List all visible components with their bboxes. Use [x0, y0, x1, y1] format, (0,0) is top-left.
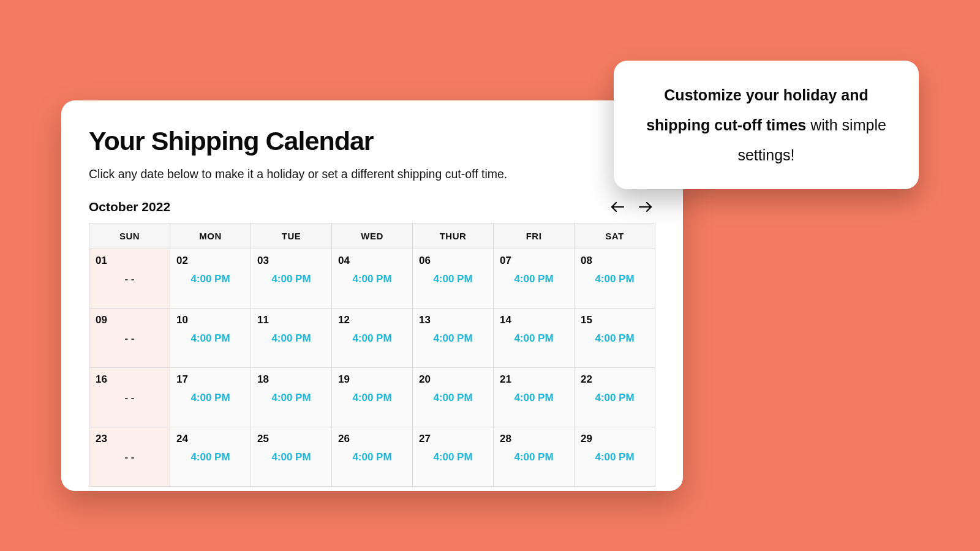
- day-number: 10: [170, 309, 251, 326]
- calendar-cell[interactable]: 184:00 PM: [251, 368, 332, 427]
- calendar-cell[interactable]: 044:00 PM: [332, 249, 413, 309]
- calendar-cell[interactable]: 254:00 PM: [251, 427, 332, 487]
- calendar-cell[interactable]: 284:00 PM: [494, 427, 575, 487]
- cutoff-time: 4:00 PM: [332, 273, 412, 285]
- calendar-cell[interactable]: 134:00 PM: [413, 309, 494, 368]
- day-number: 25: [251, 427, 331, 445]
- cutoff-time: 4:00 PM: [332, 451, 412, 463]
- calendar-cell[interactable]: 294:00 PM: [575, 427, 655, 487]
- calendar-cell[interactable]: 034:00 PM: [251, 249, 332, 309]
- calendar-cell[interactable]: 09- -: [89, 309, 170, 368]
- day-header-fri: FRI: [494, 223, 575, 249]
- calendar-cell[interactable]: 074:00 PM: [494, 249, 575, 309]
- calendar-cell[interactable]: 114:00 PM: [251, 309, 332, 368]
- cutoff-time: 4:00 PM: [251, 273, 331, 285]
- month-label: October 2022: [89, 200, 170, 214]
- cutoff-time: 4:00 PM: [575, 332, 655, 345]
- calendar-cell[interactable]: 274:00 PM: [413, 427, 494, 487]
- day-header-tue: TUE: [251, 223, 332, 249]
- shipping-calendar-card: Your Shipping Calendar Click any date be…: [61, 100, 683, 491]
- calendar-cell[interactable]: 064:00 PM: [413, 249, 494, 309]
- day-number: 20: [413, 368, 493, 386]
- day-header-wed: WED: [332, 223, 413, 249]
- cutoff-time: 4:00 PM: [332, 332, 412, 345]
- calendar-cell[interactable]: 194:00 PM: [332, 368, 413, 427]
- day-number: 18: [251, 368, 331, 386]
- prev-month-button[interactable]: [610, 200, 625, 214]
- day-number: 11: [251, 309, 331, 326]
- day-number: 07: [494, 249, 574, 267]
- calendar-row: 01- -024:00 PM034:00 PM044:00 PM064:00 P…: [89, 249, 655, 309]
- calendar-cell[interactable]: 144:00 PM: [494, 309, 575, 368]
- cutoff-time: 4:00 PM: [494, 392, 574, 404]
- day-number: 17: [170, 368, 251, 386]
- cutoff-time: 4:00 PM: [170, 332, 251, 345]
- calendar-table: SUN MON TUE WED THUR FRI SAT 01- -024:00…: [89, 223, 655, 487]
- arrow-right-icon: [639, 202, 652, 212]
- day-number: 28: [494, 427, 574, 445]
- cutoff-time: 4:00 PM: [575, 451, 655, 463]
- page-description: Click any date below to make it a holida…: [89, 167, 655, 181]
- cutoff-time: 4:00 PM: [494, 273, 574, 285]
- cutoff-time: - -: [89, 451, 170, 463]
- day-header-mon: MON: [170, 223, 251, 249]
- cutoff-time: - -: [89, 392, 170, 404]
- cutoff-time: 4:00 PM: [413, 273, 493, 285]
- cutoff-time: 4:00 PM: [575, 392, 655, 404]
- calendar-cell[interactable]: 104:00 PM: [170, 309, 251, 368]
- cutoff-time: - -: [89, 273, 170, 285]
- day-number: 06: [413, 249, 493, 267]
- day-number: 24: [170, 427, 251, 445]
- cutoff-time: - -: [89, 332, 170, 345]
- day-number: 02: [170, 249, 251, 267]
- cutoff-time: 4:00 PM: [413, 332, 493, 345]
- day-number: 03: [251, 249, 331, 267]
- calendar-cell[interactable]: 264:00 PM: [332, 427, 413, 487]
- calendar-cell[interactable]: 204:00 PM: [413, 368, 494, 427]
- calendar-cell[interactable]: 224:00 PM: [575, 368, 655, 427]
- cutoff-time: 4:00 PM: [494, 451, 574, 463]
- calendar-cell[interactable]: 024:00 PM: [170, 249, 251, 309]
- day-number: 26: [332, 427, 412, 445]
- calendar-cell[interactable]: 214:00 PM: [494, 368, 575, 427]
- callout-card: Customize your holiday and shipping cut-…: [614, 61, 919, 189]
- day-number: 27: [413, 427, 493, 445]
- calendar-cell[interactable]: 174:00 PM: [170, 368, 251, 427]
- day-number: 12: [332, 309, 412, 326]
- day-number: 29: [575, 427, 655, 445]
- day-header-sun: SUN: [89, 223, 170, 249]
- calendar-cell[interactable]: 084:00 PM: [575, 249, 655, 309]
- calendar-cell[interactable]: 124:00 PM: [332, 309, 413, 368]
- arrow-left-icon: [611, 202, 624, 212]
- calendar-cell[interactable]: 244:00 PM: [170, 427, 251, 487]
- day-header-thu: THUR: [413, 223, 494, 249]
- day-number: 15: [575, 309, 655, 326]
- day-number: 19: [332, 368, 412, 386]
- calendar-cell[interactable]: 154:00 PM: [575, 309, 655, 368]
- cutoff-time: 4:00 PM: [251, 451, 331, 463]
- cutoff-time: 4:00 PM: [251, 392, 331, 404]
- cutoff-time: 4:00 PM: [170, 451, 251, 463]
- calendar-cell[interactable]: 01- -: [89, 249, 170, 309]
- day-number: 01: [89, 249, 170, 267]
- page-title: Your Shipping Calendar: [89, 126, 655, 156]
- calendar-row: 23- -244:00 PM254:00 PM264:00 PM274:00 P…: [89, 427, 655, 487]
- calendar-header-row: SUN MON TUE WED THUR FRI SAT: [89, 223, 655, 249]
- cutoff-time: 4:00 PM: [251, 332, 331, 345]
- calendar-row: 09- -104:00 PM114:00 PM124:00 PM134:00 P…: [89, 309, 655, 368]
- cutoff-time: 4:00 PM: [413, 392, 493, 404]
- calendar-row: 16- -174:00 PM184:00 PM194:00 PM204:00 P…: [89, 368, 655, 427]
- month-nav: [610, 200, 655, 214]
- calendar-cell[interactable]: 23- -: [89, 427, 170, 487]
- cutoff-time: 4:00 PM: [494, 332, 574, 345]
- day-number: 22: [575, 368, 655, 386]
- day-number: 04: [332, 249, 412, 267]
- day-number: 16: [89, 368, 170, 386]
- cutoff-time: 4:00 PM: [413, 451, 493, 463]
- calendar-cell[interactable]: 16- -: [89, 368, 170, 427]
- day-number: 21: [494, 368, 574, 386]
- day-number: 08: [575, 249, 655, 267]
- next-month-button[interactable]: [638, 200, 653, 214]
- month-header: October 2022: [89, 200, 655, 214]
- day-header-sat: SAT: [575, 223, 655, 249]
